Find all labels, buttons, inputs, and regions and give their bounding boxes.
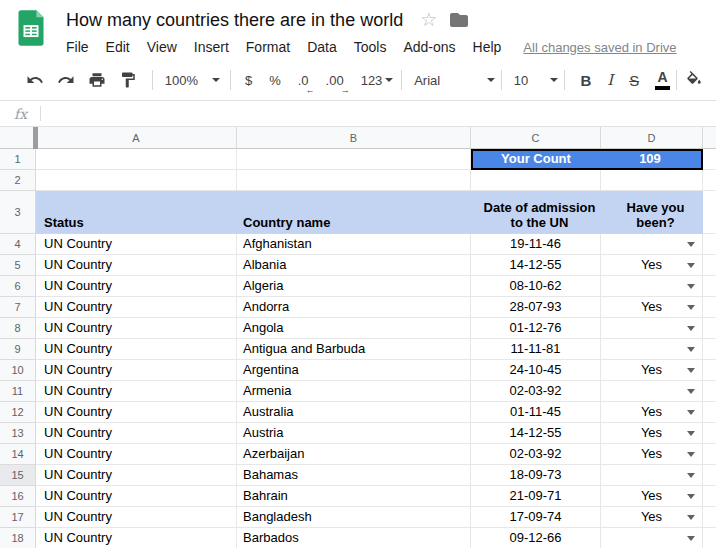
cell-e[interactable]: [703, 486, 716, 507]
cell-e[interactable]: [703, 465, 716, 486]
cell-country[interactable]: Angola: [237, 318, 471, 339]
menu-tools[interactable]: Tools: [354, 39, 387, 55]
more-formats-button[interactable]: 123: [361, 73, 394, 88]
cell-been[interactable]: Yes: [601, 444, 703, 465]
bold-button[interactable]: B: [580, 72, 591, 89]
cell-country[interactable]: Barbados: [237, 528, 471, 548]
cell-been[interactable]: [601, 528, 703, 548]
cell-status[interactable]: UN Country: [36, 528, 237, 548]
row-number[interactable]: 16: [0, 486, 36, 507]
cell-e[interactable]: [703, 402, 716, 423]
cell-date[interactable]: 14-12-55: [471, 255, 601, 276]
cell-country[interactable]: Azerbaijan: [237, 444, 471, 465]
cell-status[interactable]: UN Country: [36, 465, 237, 486]
cell-been[interactable]: Yes: [601, 360, 703, 381]
cell-status[interactable]: UN Country: [36, 444, 237, 465]
menu-format[interactable]: Format: [246, 39, 290, 55]
cell-been[interactable]: [601, 234, 703, 255]
cell-b2[interactable]: [237, 170, 471, 191]
cell-status[interactable]: UN Country: [36, 339, 237, 360]
dropdown-icon[interactable]: [687, 452, 695, 457]
row-number[interactable]: 4: [0, 234, 36, 255]
percent-format-button[interactable]: %: [269, 73, 281, 88]
cell-country[interactable]: Bahrain: [237, 486, 471, 507]
cell-status[interactable]: UN Country: [36, 402, 237, 423]
cell-country[interactable]: Bangladesh: [237, 507, 471, 528]
cell-been[interactable]: [601, 465, 703, 486]
cell-date[interactable]: 14-12-55: [471, 423, 601, 444]
cell-status[interactable]: UN Country: [36, 360, 237, 381]
increase-decimal-button[interactable]: .00→: [326, 73, 344, 88]
font-family-select[interactable]: Arial: [414, 73, 495, 88]
dropdown-icon[interactable]: [687, 347, 695, 352]
cell-been[interactable]: Yes: [601, 423, 703, 444]
row-number[interactable]: 9: [0, 339, 36, 360]
cell-been[interactable]: Yes: [601, 507, 703, 528]
cell-e3[interactable]: [703, 191, 716, 234]
menu-view[interactable]: View: [147, 39, 177, 55]
cell-e[interactable]: [703, 381, 716, 402]
cell-date[interactable]: 21-09-71: [471, 486, 601, 507]
row-number[interactable]: 3: [0, 191, 36, 234]
cell-date[interactable]: 09-12-66: [471, 528, 601, 548]
cell-country[interactable]: Armenia: [237, 381, 471, 402]
cell-d2[interactable]: [601, 170, 703, 191]
cell-status[interactable]: UN Country: [36, 318, 237, 339]
cell-date[interactable]: 01-12-76: [471, 318, 601, 339]
column-header-e[interactable]: [703, 127, 716, 149]
cell-c2[interactable]: [471, 170, 601, 191]
redo-icon[interactable]: [57, 71, 75, 89]
your-count-banner[interactable]: Your Count 109: [471, 149, 703, 170]
font-size-select[interactable]: 10: [514, 73, 558, 88]
dropdown-icon[interactable]: [687, 473, 695, 478]
cell-country[interactable]: Albania: [237, 255, 471, 276]
folder-icon[interactable]: [450, 13, 468, 27]
cell-country[interactable]: Afghanistan: [237, 234, 471, 255]
cell-a2[interactable]: [36, 170, 237, 191]
cell-e[interactable]: [703, 234, 716, 255]
row-number[interactable]: 5: [0, 255, 36, 276]
sheets-logo-icon[interactable]: [14, 8, 48, 48]
header-have-you-been[interactable]: Have you been?: [601, 191, 703, 234]
menu-addons[interactable]: Add-ons: [403, 39, 455, 55]
row-number[interactable]: 11: [0, 381, 36, 402]
dropdown-icon[interactable]: [687, 410, 695, 415]
cell-status[interactable]: UN Country: [36, 507, 237, 528]
cell-date[interactable]: 24-10-45: [471, 360, 601, 381]
cell-e[interactable]: [703, 423, 716, 444]
cell-country[interactable]: Algeria: [237, 276, 471, 297]
cell-e[interactable]: [703, 507, 716, 528]
row-number[interactable]: 13: [0, 423, 36, 444]
dropdown-icon[interactable]: [687, 494, 695, 499]
cell-date[interactable]: 11-11-81: [471, 339, 601, 360]
undo-icon[interactable]: [26, 71, 44, 89]
cell-status[interactable]: UN Country: [36, 255, 237, 276]
cell-been[interactable]: [601, 276, 703, 297]
paint-format-icon[interactable]: [119, 71, 137, 89]
cell-date[interactable]: 02-03-92: [471, 444, 601, 465]
header-status[interactable]: Status: [36, 191, 237, 234]
row-number[interactable]: 7: [0, 297, 36, 318]
cell-been[interactable]: [601, 339, 703, 360]
column-header-b[interactable]: B: [237, 127, 471, 149]
dropdown-icon[interactable]: [687, 284, 695, 289]
row-number[interactable]: 6: [0, 276, 36, 297]
cell-been[interactable]: Yes: [601, 486, 703, 507]
cell-been[interactable]: Yes: [601, 402, 703, 423]
dropdown-icon[interactable]: [687, 536, 695, 541]
frozen-pane-divider[interactable]: [33, 127, 38, 149]
dropdown-icon[interactable]: [687, 263, 695, 268]
formula-input[interactable]: [41, 101, 716, 126]
dropdown-icon[interactable]: [687, 305, 695, 310]
cell-date[interactable]: 28-07-93: [471, 297, 601, 318]
menu-help[interactable]: Help: [473, 39, 502, 55]
cell-status[interactable]: UN Country: [36, 234, 237, 255]
italic-button[interactable]: I: [607, 71, 613, 89]
cell-status[interactable]: UN Country: [36, 486, 237, 507]
dropdown-icon[interactable]: [687, 242, 695, 247]
cell-status[interactable]: UN Country: [36, 297, 237, 318]
cell-date[interactable]: 02-03-92: [471, 381, 601, 402]
menu-edit[interactable]: Edit: [106, 39, 130, 55]
dropdown-icon[interactable]: [687, 515, 695, 520]
fill-color-icon[interactable]: [685, 71, 703, 89]
